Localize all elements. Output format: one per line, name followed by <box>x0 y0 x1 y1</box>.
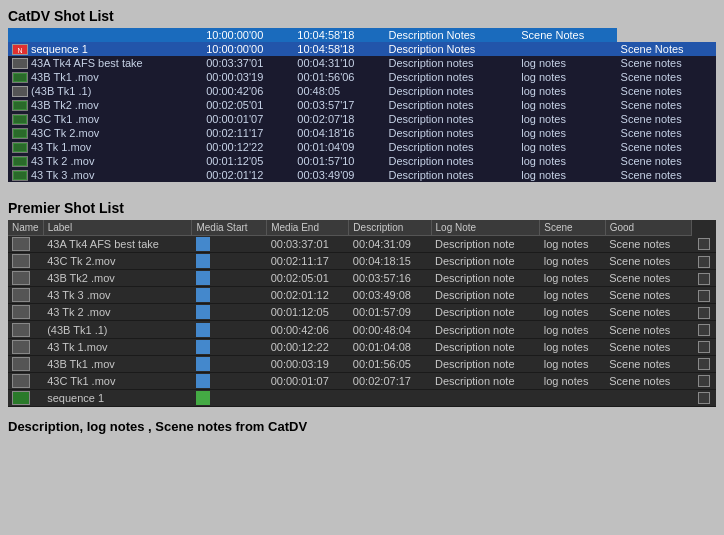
catdv-out-point: 00:04:18'16 <box>293 126 384 140</box>
catdv-row[interactable]: 43A Tk4 AFS best take00:03:37'0100:04:31… <box>8 56 716 70</box>
good-checkbox[interactable] <box>698 358 710 370</box>
good-checkbox[interactable] <box>698 307 710 319</box>
sequence-icon: N <box>12 44 28 55</box>
premier-log-note: log notes <box>540 338 605 355</box>
premier-media-end <box>349 389 431 406</box>
premier-scene: Scene notes <box>605 253 691 270</box>
premier-icon-cell <box>8 253 43 270</box>
premier-label-cell <box>192 270 267 287</box>
premier-good-cell <box>691 321 716 338</box>
premier-section: Premier Shot List NameLabelMedia StartMe… <box>8 200 716 407</box>
good-checkbox[interactable] <box>698 238 710 250</box>
premier-clip-name: 43 Tk 1.mov <box>43 338 192 355</box>
catdv-name-cell: Nsequence 1 <box>8 42 202 56</box>
premier-icon-cell <box>8 372 43 389</box>
film-icon <box>12 142 28 153</box>
good-checkbox[interactable] <box>698 256 710 268</box>
catdv-scene: Scene notes <box>617 140 716 154</box>
catdv-row[interactable]: 43C Tk 2.mov00:02:11'1700:04:18'16Descri… <box>8 126 716 140</box>
premier-label-cell <box>192 372 267 389</box>
premier-media-end: 00:02:07:17 <box>349 372 431 389</box>
label-color-box <box>196 254 210 268</box>
good-checkbox[interactable] <box>698 290 710 302</box>
premier-media-start: 00:02:11:17 <box>267 253 349 270</box>
good-checkbox[interactable] <box>698 375 710 387</box>
catdv-row[interactable]: Nsequence 110:00:00'0010:04:58'18Descrip… <box>8 42 716 56</box>
premier-clip-name: (43B Tk1 .1) <box>43 321 192 338</box>
premier-scene: Scene notes <box>605 355 691 372</box>
label-color-box <box>196 340 210 354</box>
premier-log-note: log notes <box>540 355 605 372</box>
catdv-row[interactable]: 43B Tk1 .mov00:00:03'1900:01:56'06Descri… <box>8 70 716 84</box>
premier-log-note: log notes <box>540 321 605 338</box>
catdv-in-point: 00:01:12'05 <box>202 154 293 168</box>
clip-icon <box>12 374 30 388</box>
premier-good-cell <box>691 253 716 270</box>
premier-row[interactable]: (43B Tk1 .1)00:00:42:0600:00:48:04Descri… <box>8 321 716 338</box>
premier-clip-name: 43C Tk1 .mov <box>43 372 192 389</box>
catdv-row[interactable]: (43B Tk1 .1)00:00:42'0600:48:05Descripti… <box>8 84 716 98</box>
label-color-box <box>196 374 210 388</box>
premier-label-cell <box>192 236 267 253</box>
catdv-log: log notes <box>517 70 616 84</box>
good-checkbox[interactable] <box>698 341 710 353</box>
premier-row[interactable]: sequence 1 <box>8 389 716 406</box>
premier-clip-name: 43 Tk 3 .mov <box>43 287 192 304</box>
premier-row[interactable]: 43 Tk 2 .mov00:01:12:0500:01:57:09Descri… <box>8 304 716 321</box>
premier-icon-cell <box>8 355 43 372</box>
catdv-log <box>517 42 616 56</box>
premier-row[interactable]: 43B Tk1 .mov00:00:03:1900:01:56:05Descri… <box>8 355 716 372</box>
premier-row[interactable]: 43A Tk4 AFS best take00:03:37:0100:04:31… <box>8 236 716 253</box>
premier-label-cell <box>192 389 267 406</box>
premier-description <box>431 389 540 406</box>
premier-media-start: 00:01:12:05 <box>267 304 349 321</box>
premier-good-cell <box>691 338 716 355</box>
premier-row[interactable]: 43 Tk 3 .mov00:02:01:1200:03:49:08Descri… <box>8 287 716 304</box>
premier-description: Description note <box>431 321 540 338</box>
catdv-row[interactable]: 43 Tk 1.mov00:00:12'2200:01:04'09Descrip… <box>8 140 716 154</box>
label-color-box <box>196 305 210 319</box>
premier-media-end: 00:03:49:08 <box>349 287 431 304</box>
catdv-description: Description notes <box>385 112 518 126</box>
catdv-title: CatDV Shot List <box>8 8 716 24</box>
premier-label-cell <box>192 287 267 304</box>
label-color-box <box>196 271 210 285</box>
label-color-box <box>196 288 210 302</box>
premier-log-note: log notes <box>540 270 605 287</box>
premier-media-start: 00:03:37:01 <box>267 236 349 253</box>
catdv-clip-name: 43B Tk2 .mov <box>31 99 99 111</box>
catdv-scene: Scene notes <box>617 126 716 140</box>
catdv-in-point: 00:00:01'07 <box>202 112 293 126</box>
catdv-row[interactable]: 43 Tk 3 .mov00:02:01'1200:03:49'09Descri… <box>8 168 716 182</box>
catdv-row[interactable]: 43B Tk2 .mov00:02:05'0100:03:57'17Descri… <box>8 98 716 112</box>
premier-icon-cell <box>8 338 43 355</box>
catdv-name-cell: 43A Tk4 AFS best take <box>8 56 202 70</box>
premier-scene <box>605 389 691 406</box>
premier-header-col-7: Good <box>605 220 691 236</box>
premier-media-start: 00:00:03:19 <box>267 355 349 372</box>
good-checkbox[interactable] <box>698 392 710 404</box>
film-icon <box>12 72 28 83</box>
label-color-box <box>196 357 210 371</box>
catdv-header-col-3: Description Notes <box>385 28 518 42</box>
good-checkbox[interactable] <box>698 324 710 336</box>
film-icon <box>12 170 28 181</box>
premier-row[interactable]: 43 Tk 1.mov00:00:12:2200:01:04:08Descrip… <box>8 338 716 355</box>
film-icon <box>12 128 28 139</box>
catdv-log: log notes <box>517 98 616 112</box>
catdv-row[interactable]: 43 Tk 2 .mov00:01:12'0500:01:57'10Descri… <box>8 154 716 168</box>
catdv-row[interactable]: 43C Tk1 .mov00:00:01'0700:02:07'18Descri… <box>8 112 716 126</box>
premier-row[interactable]: 43C Tk1 .mov00:00:01:0700:02:07:17Descri… <box>8 372 716 389</box>
premier-row[interactable]: 43B Tk2 .mov00:02:05:0100:03:57:16Descri… <box>8 270 716 287</box>
premier-row[interactable]: 43C Tk 2.mov00:02:11:1700:04:18:15Descri… <box>8 253 716 270</box>
catdv-clip-name: sequence 1 <box>31 43 88 55</box>
catdv-in-point: 10:00:00'00 <box>202 42 293 56</box>
good-checkbox[interactable] <box>698 273 710 285</box>
catdv-clip-name: 43C Tk 2.mov <box>31 127 99 139</box>
label-color-box <box>196 391 210 405</box>
catdv-name-cell: (43B Tk1 .1) <box>8 84 202 98</box>
premier-scene: Scene notes <box>605 236 691 253</box>
premier-media-end: 00:01:04:08 <box>349 338 431 355</box>
catdv-scene: Scene notes <box>617 56 716 70</box>
premier-description: Description note <box>431 304 540 321</box>
